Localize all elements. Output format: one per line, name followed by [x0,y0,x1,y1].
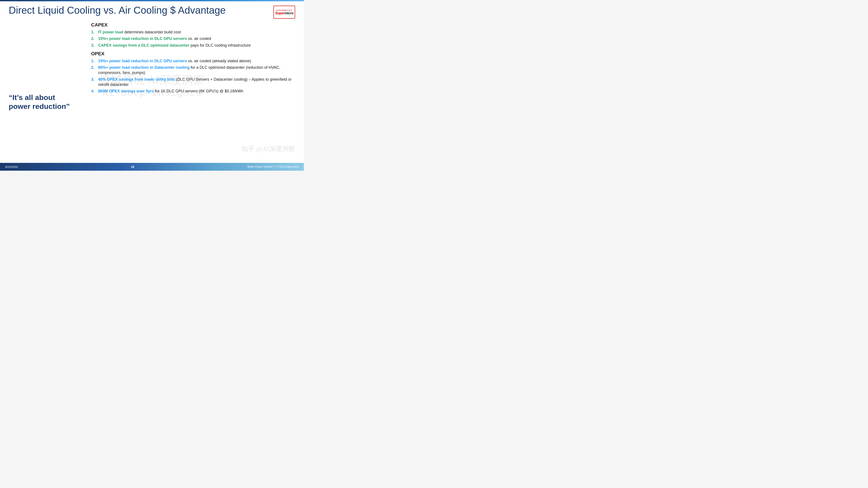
opex-content-4: $60M OPEX savings over 5yrs for 1K DLC G… [98,89,243,94]
logo-main-text: Supermicro [275,11,293,15]
opex-item-3: 3. 40% OPEX savings from lower utility b… [91,77,295,88]
capex-section: CAPEX 1. IT power load determines datace… [91,22,295,48]
left-panel: “It’s all about power reduction” [9,21,78,165]
capex-content-2: 15%+ power load reduction in DLC GPU ser… [98,36,211,41]
opex-highlight-4: $60M OPEX savings over 5yrs [98,89,154,93]
capex-item-1: 1. IT power load determines datacenter b… [91,30,295,35]
footer-date: 8/23/2024 [5,165,18,168]
header: Direct Liquid Cooling vs. Air Cooling $ … [0,0,304,19]
footer-page: 16 [131,165,134,168]
opex-heading: OPEX [91,51,295,57]
footer-bar: 8/23/2024 16 Better Faster Greener™ © 20… [0,163,304,171]
quote-text: “It’s all about power reduction” [9,93,78,111]
opex-highlight-2: 80%+ power load reduction in Datacenter … [98,65,190,70]
slide-title: Direct Liquid Cooling vs. Air Cooling $ … [9,5,226,16]
capex-content-3: CAPEX savings from a DLC optimized datac… [98,43,251,48]
slide: Direct Liquid Cooling vs. Air Cooling $ … [0,0,304,171]
opex-content-2: 80%+ power load reduction in Datacenter … [98,65,295,75]
main-content: “It’s all about power reduction” CAPEX 1… [0,19,304,165]
capex-num-3: 3. [91,43,97,48]
right-panel: CAPEX 1. IT power load determines datace… [78,21,295,165]
opex-num-3: 3. [91,77,97,88]
capex-highlight-3: CAPEX savings from a DLC optimized datac… [98,43,189,47]
opex-num-1: 1. [91,58,97,64]
opex-content-3: 40% OPEX savings from lower utility bill… [98,77,295,88]
opex-item-1: 1. 15%+ power load reduction in DLC GPU … [91,58,295,64]
capex-item-2: 2. 15%+ power load reduction in DLC GPU … [91,36,295,41]
capex-item-3: 3. CAPEX savings from a DLC optimized da… [91,43,295,48]
capex-heading: CAPEX [91,22,295,28]
logo-top-text: SUPERMICRO [276,9,292,11]
opex-num-2: 2. [91,65,97,75]
capex-content-1: IT power load determines datacenter buil… [98,30,181,35]
capex-num-1: 1. [91,30,97,35]
footer-copyright: Better Faster Greener™ © 2024 Supermicro [247,165,299,168]
top-accent-bar [0,0,304,1]
capex-highlight-2: 15%+ power load reduction in DLC GPU ser… [98,36,187,41]
logo-area: SUPERMICRO Supermicro [273,6,295,19]
opex-highlight-1: 15%+ power load reduction in DLC GPU ser… [98,59,187,63]
capex-highlight-1: IT power load [98,30,123,34]
opex-num-4: 4. [91,89,97,94]
capex-num-2: 2. [91,36,97,41]
opex-highlight-3: 40% OPEX savings from lower utility bill… [98,77,175,82]
opex-item-4: 4. $60M OPEX savings over 5yrs for 1K DL… [91,89,295,94]
opex-content-1: 15%+ power load reduction in DLC GPU ser… [98,58,251,64]
supermicro-logo: SUPERMICRO Supermicro [273,6,295,19]
opex-item-2: 2. 80%+ power load reduction in Datacent… [91,65,295,75]
opex-section: OPEX 1. 15%+ power load reduction in DLC… [91,51,295,94]
